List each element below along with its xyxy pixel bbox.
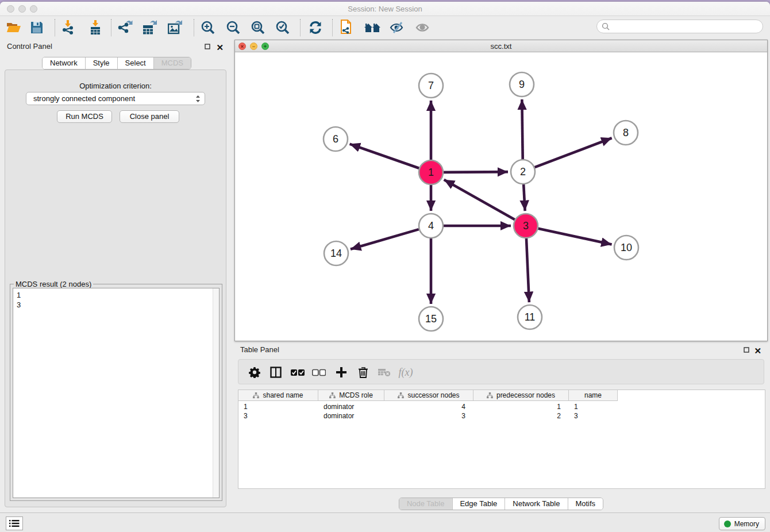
delete-column-button[interactable] <box>355 364 372 381</box>
export-network-button[interactable] <box>115 18 136 37</box>
zoom-selected-icon <box>276 21 290 34</box>
tab-motifs[interactable]: Motifs <box>567 498 603 510</box>
node-label: 8 <box>623 127 629 138</box>
zoom-selected-button[interactable] <box>272 18 293 37</box>
mcds-result-textarea[interactable]: 1 3 <box>13 288 220 498</box>
clone-network-button[interactable] <box>337 18 357 37</box>
column-header-successor-nodes[interactable]: successor nodes <box>384 390 473 400</box>
graph-node-15[interactable]: 15 <box>419 307 443 331</box>
table-cell[interactable]: 1 <box>244 403 248 411</box>
table-row[interactable]: 3dominator323 <box>238 411 618 421</box>
close-panel-button[interactable]: Close panel <box>120 110 179 123</box>
tab-network-table[interactable]: Network Table <box>505 498 567 510</box>
close-panel-icon[interactable]: ✕ <box>754 346 761 356</box>
refresh-button[interactable] <box>305 18 326 37</box>
search-input[interactable] <box>596 20 763 33</box>
import-network-button[interactable] <box>58 18 79 37</box>
table-cell[interactable]: dominator <box>324 403 354 411</box>
column-chooser-button[interactable] <box>267 364 284 381</box>
delete-table-button[interactable] <box>376 364 393 381</box>
columns-icon <box>270 367 282 378</box>
tab-network[interactable]: Network <box>43 57 85 69</box>
column-header-label: MCDS role <box>339 391 373 399</box>
close-panel-icon[interactable]: ✕ <box>216 43 224 53</box>
save-disk-icon <box>30 21 43 34</box>
tab-select[interactable]: Select <box>117 57 153 69</box>
table-row[interactable]: 1dominator411 <box>238 402 618 411</box>
open-folder-icon <box>6 21 21 34</box>
edge-1-6[interactable] <box>350 144 419 168</box>
node-label: 14 <box>330 248 342 259</box>
graph-node-8[interactable]: 8 <box>614 121 638 145</box>
float-panel-icon[interactable] <box>205 44 210 49</box>
tab-style[interactable]: Style <box>85 57 117 69</box>
hide-graphics-button[interactable] <box>387 18 408 37</box>
column-header-MCDS-role[interactable]: MCDS role <box>318 390 384 400</box>
table-cell[interactable]: 2 <box>557 412 561 420</box>
table-cell[interactable]: 3 <box>574 412 578 420</box>
table-cell[interactable]: 1 <box>574 403 578 411</box>
table-cell[interactable]: 3 <box>244 412 248 420</box>
zoom-out-icon <box>226 21 240 34</box>
export-table-button[interactable] <box>140 18 160 37</box>
tab-mcds[interactable]: MCDS <box>153 57 191 69</box>
show-graphics-button[interactable] <box>413 18 433 37</box>
edge-1-2[interactable] <box>444 172 508 172</box>
graph-node-2[interactable]: 2 <box>511 160 535 184</box>
network-window-titlebar[interactable]: × − + scc.txt <box>235 40 767 52</box>
column-header-name[interactable]: name <box>569 390 618 400</box>
zoom-out-button[interactable] <box>223 18 244 37</box>
tree-icon <box>329 392 336 399</box>
criterion-dropdown[interactable]: strongly connected component <box>26 92 205 105</box>
graph-node-6[interactable]: 6 <box>324 127 348 151</box>
memory-button[interactable]: Memory <box>719 517 765 530</box>
tab-node-table[interactable]: Node Table <box>399 498 452 510</box>
table-settings-button[interactable] <box>246 364 263 381</box>
table-cell[interactable]: dominator <box>324 412 354 420</box>
edge-2-8[interactable] <box>535 138 612 167</box>
graph-node-14[interactable]: 14 <box>324 241 348 265</box>
open-session-button[interactable] <box>3 18 24 37</box>
graph-node-10[interactable]: 10 <box>614 236 638 260</box>
network-canvas[interactable]: 7968124314101511 <box>235 52 767 341</box>
save-session-button[interactable] <box>26 18 47 37</box>
export-image-button[interactable] <box>165 18 186 37</box>
float-panel-icon[interactable] <box>744 347 749 353</box>
node-table[interactable]: shared nameMCDS rolesuccessor nodesprede… <box>238 390 765 489</box>
table-cell[interactable]: 4 <box>461 403 465 411</box>
run-mcds-button[interactable]: Run MCDS <box>57 110 112 123</box>
column-header-shared-name[interactable]: shared name <box>238 390 318 400</box>
graph-node-11[interactable]: 11 <box>518 305 542 329</box>
edge-3-10[interactable] <box>538 229 611 245</box>
graph-node-7[interactable]: 7 <box>419 74 443 98</box>
edge-2-9[interactable] <box>522 99 522 159</box>
function-builder-button[interactable]: f(x) <box>397 364 414 381</box>
graph-node-9[interactable]: 9 <box>510 72 534 97</box>
refresh-icon <box>309 21 322 34</box>
tab-edge-table[interactable]: Edge Table <box>452 498 505 510</box>
mcds-result-scrollbar[interactable] <box>213 288 219 498</box>
edge-2-3[interactable] <box>523 184 525 211</box>
column-header-predecessor-nodes[interactable]: predecessor nodes <box>473 390 569 400</box>
table-cell[interactable]: 1 <box>557 403 561 411</box>
graph-node-3[interactable]: 3 <box>514 214 538 238</box>
deselect-all-button[interactable] <box>310 364 328 381</box>
home-button[interactable] <box>362 18 383 37</box>
node-label: 15 <box>425 313 437 325</box>
table-cell[interactable]: 3 <box>461 412 465 420</box>
task-history-button[interactable] <box>6 516 23 530</box>
export-image-icon <box>168 20 183 35</box>
column-header-label: name <box>584 391 602 399</box>
add-column-button[interactable] <box>333 364 350 381</box>
import-table-button[interactable] <box>85 18 106 37</box>
edge-3-11[interactable] <box>526 238 529 302</box>
graph-node-4[interactable]: 4 <box>419 214 443 238</box>
edge-4-14[interactable] <box>351 229 419 249</box>
graph-node-1[interactable]: 1 <box>419 160 443 184</box>
zoom-fit-icon <box>251 21 265 34</box>
edge-3-1[interactable] <box>444 180 515 219</box>
zoom-fit-button[interactable] <box>248 18 268 37</box>
node-label: 3 <box>523 220 529 232</box>
zoom-in-button[interactable] <box>198 18 218 37</box>
select-all-button[interactable] <box>289 364 306 381</box>
